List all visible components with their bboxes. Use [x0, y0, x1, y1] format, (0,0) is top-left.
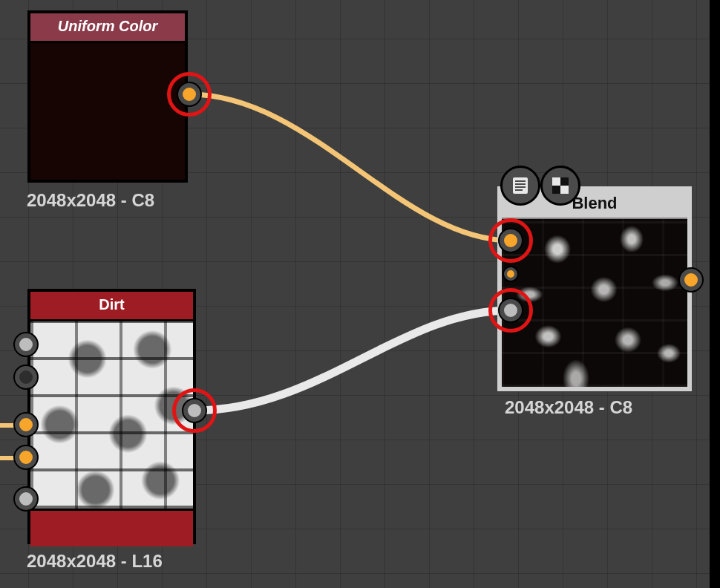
- svg-rect-2: [515, 183, 526, 185]
- port-blend-input-foreground[interactable]: [500, 229, 522, 252]
- node-uniform-color[interactable]: Uniform Color: [27, 10, 188, 183]
- svg-rect-4: [515, 189, 523, 191]
- node-dirt[interactable]: Dirt: [27, 289, 196, 544]
- port-dirt-output[interactable]: [183, 399, 206, 422]
- node-preview: [30, 43, 185, 180]
- port-blend-input-background[interactable]: [500, 299, 522, 321]
- svg-rect-6: [560, 177, 569, 186]
- svg-rect-3: [515, 186, 526, 188]
- node-title: Dirt: [30, 292, 193, 321]
- node-info-label: 2048x2048 - C8: [505, 397, 632, 418]
- node-title: Uniform Color: [30, 13, 185, 43]
- svg-rect-7: [552, 186, 560, 194]
- node-graph-canvas[interactable]: Uniform Color 2048x2048 - C8 Dirt 2048x2…: [0, 0, 720, 588]
- svg-rect-5: [552, 177, 560, 186]
- port-dirt-input-4[interactable]: [15, 446, 37, 468]
- node-info-label: 2048x2048 - C8: [27, 190, 154, 211]
- node-footer: [30, 509, 193, 546]
- node-preview: [30, 321, 193, 509]
- port-uniform-color-output[interactable]: [178, 83, 200, 105]
- port-dirt-input-5[interactable]: [15, 488, 37, 510]
- properties-icon[interactable]: [500, 166, 540, 206]
- svg-rect-1: [515, 180, 526, 182]
- port-dirt-input-2[interactable]: [15, 366, 37, 388]
- port-blend-input-opacity[interactable]: [504, 267, 517, 281]
- svg-rect-8: [560, 186, 569, 194]
- view-2d-icon[interactable]: [540, 166, 580, 206]
- port-dirt-input-3[interactable]: [15, 414, 37, 436]
- svg-rect-0: [513, 177, 528, 194]
- viewport-edge: [710, 0, 720, 588]
- node-preview: [502, 218, 687, 387]
- node-blend[interactable]: Blend: [497, 186, 692, 391]
- node-info-label: 2048x2048 - L16: [27, 551, 163, 572]
- port-blend-output[interactable]: [680, 269, 702, 291]
- port-dirt-input-1[interactable]: [15, 333, 37, 356]
